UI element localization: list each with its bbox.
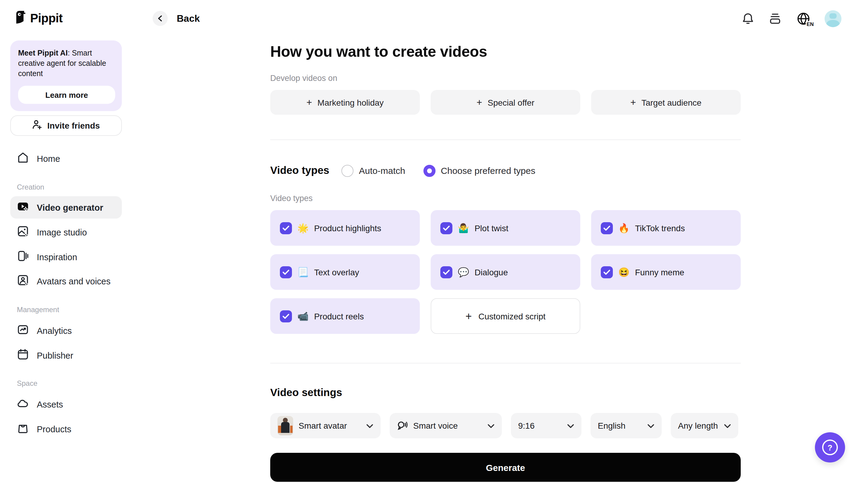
image-studio-icon (17, 225, 29, 239)
sidebar-item-image-studio[interactable]: Image studio (10, 221, 122, 243)
dropdown-label: Smart voice (413, 421, 458, 430)
laughing-emoji: 😆 (618, 267, 629, 277)
sidebar-item-label: Home (37, 154, 60, 163)
checkbox-checked-icon[interactable] (601, 266, 613, 278)
smart-voice-dropdown[interactable]: Smart voice (390, 413, 502, 438)
fire-emoji: 🔥 (618, 223, 629, 232)
type-card-text-overlay[interactable]: 📃 Text overlay (270, 254, 420, 290)
user-avatar[interactable] (825, 10, 841, 27)
develop-options: + Marketing holiday + Special offer + Ta… (270, 90, 741, 115)
brand-logo[interactable]: Pippit (16, 10, 63, 27)
plus-icon: + (630, 97, 636, 107)
language-code: EN (806, 21, 814, 27)
glowing-star-emoji: 🌟 (298, 223, 309, 232)
promo-text: Meet Pippit AI: Smart creative agent for… (18, 48, 114, 79)
sidebar-item-video-generator[interactable]: Video generator (10, 196, 122, 219)
app-window: Pippit Meet Pippit AI: Smart creative ag… (0, 0, 868, 483)
shopping-bag-icon (17, 422, 29, 436)
chevron-down-icon (647, 420, 654, 431)
section-label-management: Management (17, 306, 59, 314)
type-card-dialogue[interactable]: 💬 Dialogue (431, 254, 580, 290)
avatar-person-icon (829, 13, 837, 19)
promo-card: Meet Pippit AI: Smart creative agent for… (10, 40, 122, 111)
plus-icon: + (476, 97, 482, 107)
type-label: Funny meme (635, 267, 684, 277)
cloud-icon (17, 397, 29, 411)
avatars-voices-icon (17, 274, 29, 288)
topic-label: Special offer (488, 97, 534, 107)
sidebar-item-products[interactable]: Products (10, 418, 122, 440)
dropdown-label: 9:16 (518, 421, 535, 430)
voice-icon (397, 420, 408, 431)
sidebar-item-home[interactable]: Home (10, 147, 122, 170)
person-plus-icon (32, 119, 42, 132)
type-label: Product reels (314, 311, 364, 321)
sidebar-item-avatars-and-voices[interactable]: Avatars and voices (10, 270, 122, 292)
type-card-product-highlights[interactable]: 🌟 Product highlights (270, 210, 420, 246)
divider (270, 139, 741, 140)
home-icon (17, 151, 29, 166)
language-dropdown[interactable]: English (591, 413, 662, 438)
learn-more-button[interactable]: Learn more (18, 86, 115, 104)
checkbox-checked-icon[interactable] (280, 266, 292, 278)
tasks-button[interactable] (768, 11, 782, 27)
add-target-audience-button[interactable]: + Target audience (591, 90, 741, 115)
chevron-down-icon (487, 420, 495, 431)
avatar-thumbnail (277, 416, 293, 435)
section-label-creation: Creation (17, 183, 44, 191)
develop-videos-label: Develop videos on (270, 74, 337, 83)
brand-name: Pippit (30, 11, 63, 25)
radio-icon (341, 165, 353, 177)
type-label: Plot twist (474, 223, 508, 233)
sidebar-item-inspiration[interactable]: Inspiration (10, 246, 122, 268)
notifications-button[interactable] (741, 11, 755, 27)
back-chevron-icon (153, 11, 168, 26)
video-types-grid: 🌟 Product highlights 🤷‍♂️ Plot twist 🔥 T… (270, 210, 741, 334)
checkbox-checked-icon[interactable] (280, 310, 292, 322)
sidebar-item-label: Analytics (37, 326, 72, 335)
stack-icon (769, 12, 782, 25)
checkbox-checked-icon[interactable] (601, 222, 613, 234)
dropdown-label: Smart avatar (299, 421, 347, 430)
language-button[interactable]: EN (795, 11, 812, 27)
smart-avatar-dropdown[interactable]: Smart avatar (270, 413, 381, 438)
checkbox-checked-icon[interactable] (440, 222, 453, 234)
type-card-tiktok-trends[interactable]: 🔥 TikTok trends (591, 210, 741, 246)
divider (270, 363, 741, 364)
dropdown-label: Any length (678, 421, 718, 430)
video-types-header: Video types Auto-match Choose preferred … (270, 164, 553, 177)
sidebar-item-analytics[interactable]: Analytics (10, 319, 122, 342)
checkbox-checked-icon[interactable] (440, 266, 453, 278)
radio-choose-preferred-types[interactable]: Choose preferred types (423, 165, 535, 177)
help-button[interactable]: ? (815, 432, 845, 462)
type-label: Text overlay (314, 267, 359, 277)
type-label: TikTok trends (635, 223, 685, 233)
aspect-ratio-dropdown[interactable]: 9:16 (511, 413, 582, 438)
sidebar-item-label: Video generator (37, 203, 103, 212)
type-card-funny-meme[interactable]: 😆 Funny meme (591, 254, 741, 290)
length-dropdown[interactable]: Any length (671, 413, 738, 438)
topbar-actions: EN (741, 10, 841, 27)
sidebar-item-label: Publisher (37, 350, 73, 360)
radio-auto-match[interactable]: Auto-match (341, 165, 405, 177)
customized-script-button[interactable]: + Customized script (431, 298, 580, 334)
type-card-product-reels[interactable]: 📹 Product reels (270, 298, 420, 334)
sidebar-item-publisher[interactable]: Publisher (10, 344, 122, 367)
video-generator-icon (17, 200, 29, 215)
back-button[interactable]: Back (153, 11, 200, 26)
invite-friends-label: Invite friends (48, 121, 100, 131)
type-label: Dialogue (474, 267, 508, 277)
plus-icon: + (306, 97, 312, 107)
speech-balloon-emoji: 💬 (458, 267, 469, 277)
generate-button[interactable]: Generate (270, 453, 741, 482)
checkbox-checked-icon[interactable] (280, 222, 292, 234)
invite-friends-button[interactable]: Invite friends (10, 115, 122, 136)
add-special-offer-button[interactable]: + Special offer (431, 90, 580, 115)
sidebar-item-assets[interactable]: Assets (10, 393, 122, 416)
radio-label: Choose preferred types (441, 165, 535, 176)
sidebar: Pippit Meet Pippit AI: Smart creative ag… (0, 0, 131, 483)
chevron-down-icon (567, 420, 574, 431)
type-card-plot-twist[interactable]: 🤷‍♂️ Plot twist (431, 210, 580, 246)
add-marketing-holiday-button[interactable]: + Marketing holiday (270, 90, 420, 115)
sidebar-item-label: Products (37, 424, 71, 434)
